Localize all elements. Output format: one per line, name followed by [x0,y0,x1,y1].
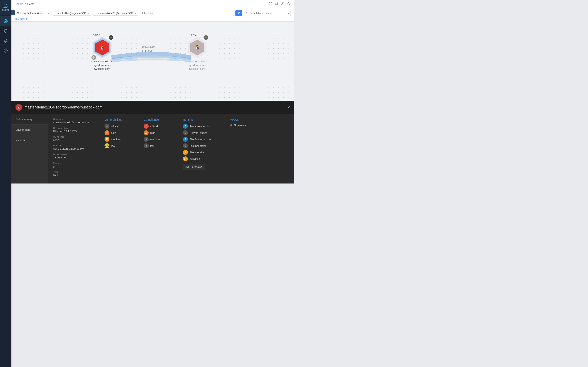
sidebar-expand-button[interactable]: › [11,10,15,15]
help-icon[interactable] [269,2,272,6]
detail-sidebar-risk[interactable]: Risk summary [11,114,48,125]
detail-content: Hostname master-demo2104-sgordon-dem... … [48,114,294,184]
sidebar-nav [0,15,11,55]
node-secondary[interactable]: 🐧 node-demo2104-sgordon-demo-twistlock-c… [187,37,207,71]
node-master[interactable]: 🐧 master-demo2104-sgord [91,37,113,71]
runtime-processes-row: 6 Processes audits [183,124,224,129]
topbar-actions [269,2,291,6]
app-name: CLOUD [2,9,9,11]
connection-ports-1: 9998, 10250 [142,46,155,48]
chart-icon[interactable] [287,2,291,6]
bell-icon[interactable] [275,2,278,6]
comp-high-label: high [150,131,155,134]
master-node-label: master-demo2104-sgordon-demo-twistlock-c… [91,60,113,71]
sidebar-item-alerts[interactable] [0,36,11,46]
runtime-integrity-badge: 1 [183,150,188,155]
forensics-label: Forensics [190,165,202,168]
comp-critical-row: 1 critical [144,124,176,129]
color-by-selector[interactable]: Color by: Vulnerabilities ▼ [15,11,52,16]
comp-medium-label: medium [150,138,160,141]
runtime-log-row: 0 Log inspection [183,143,224,148]
waas-title[interactable]: WAAS [230,118,261,121]
total-filters-label[interactable]: Total filters: 2 ▾ [15,16,291,21]
runtime-network-label: Network audits [190,131,207,134]
svg-point-6 [282,2,283,3]
detail-sidebar: Risk summary Environment Network [11,114,48,184]
detail-sidebar-environment[interactable]: Environment [11,125,48,135]
vulnerabilities-section: Vulnerabilities 0 critical 8 high 29 med… [104,118,137,179]
filter-tag-account: cto-demos-245420 (Accounts/GCP) × [93,11,138,16]
runtime-activities-badge: 27 [183,156,188,161]
detail-sidebar-network[interactable]: Network [11,135,48,146]
runtime-activities-label: Activities [190,157,200,160]
shield-icon [4,29,8,33]
comp-high-row: 22 high [144,130,176,135]
info-os-release: OS release xenial [53,136,98,142]
info-modified: Modified Apr 21, 2021 12:39:18 PM [53,144,98,150]
detail-body: Risk summary Environment Network Hostnam… [11,114,294,184]
info-hostname: Hostname master-demo2104-sgordon-dem... [53,118,98,124]
search-input[interactable] [250,11,287,16]
sidebar-item-radar[interactable] [0,16,11,26]
vuln-medium-label: medium [111,138,121,141]
svg-point-2 [5,21,6,21]
forensics-icon [186,166,189,168]
vuln-low-row: 231 low [104,143,137,148]
detail-header: 🐧 master-demo2104-sgordon-demo-twistlock… [11,101,294,114]
comp-low-row: 0 low [144,143,176,148]
filter-tag-region-label: us-central1-a (Regions/GCP) [55,12,86,15]
network-canvas[interactable]: 10257,... 6784,... 9998, 10250 6443, 251… [11,22,294,184]
waas-section: WAAS No events [230,118,261,179]
vulnerabilities-title[interactable]: Vulnerabilities [104,118,137,121]
port-label-master-top: 10257,... [93,34,103,37]
search-submit-button[interactable]: › [288,11,289,15]
port-label-node-top: 6784,... [191,34,199,37]
settings-icon [4,49,8,53]
sidebar-item-settings[interactable] [0,46,11,55]
search-icon [246,12,249,15]
runtime-log-label: Log inspection [190,144,207,147]
comp-low-label: low [150,144,154,147]
filter-apply-button[interactable] [235,10,242,16]
vuln-critical-label: critical [111,125,119,128]
compliance-title[interactable]: Compliance [144,118,176,121]
svg-marker-7 [238,12,240,14]
sidebar-item-shield[interactable] [0,26,11,36]
cloud-logo-icon [3,4,9,8]
comp-critical-badge: 1 [144,124,149,129]
detail-title: master-demo2104-sgordon-demo-twistlock-c… [25,105,285,109]
vuln-low-label: low [111,144,115,147]
node-wifi-badge [204,35,208,40]
svg-point-8 [246,12,248,14]
master-wifi-badge [109,35,113,40]
runtime-network-badge: 0 [183,130,188,135]
detail-close-button[interactable]: × [287,105,290,110]
runtime-log-badge: 0 [183,143,188,148]
user-icon[interactable] [281,2,285,6]
filter-view-input[interactable] [140,11,233,16]
master-globe-badge [91,55,96,60]
compliance-section: Compliance 1 critical 22 high 0 medium [144,118,176,179]
runtime-title[interactable]: Runtime [183,118,224,121]
color-by-select[interactable]: Color by: Vulnerabilities [15,11,52,16]
topbar: Radars / Hosts [11,0,294,8]
vuln-critical-row: 0 critical [104,124,137,129]
filter-tag-account-close[interactable]: × [135,12,136,15]
info-provider: Provider gcp [53,162,98,168]
filter-tag-region-close[interactable]: × [88,12,89,15]
comp-medium-row: 0 medium [144,137,176,142]
breadcrumb: Radars / Hosts [15,2,34,6]
info-os-dist: OS distribution Ubuntu 16.04.6 LTS [53,127,98,133]
runtime-processes-label: Processes audits [190,125,210,128]
runtime-section: Runtime 6 Processes audits 0 Network aud… [183,118,224,179]
sidebar: CLOUD › [0,0,11,184]
breadcrumb-current: Hosts [27,2,34,6]
comp-high-badge: 22 [144,130,149,135]
forensics-button[interactable]: Forensics [183,164,205,170]
runtime-network-row: 0 Network audits [183,130,224,135]
info-type: Type linux [53,171,98,176]
app-logo[interactable]: CLOUD [0,0,11,15]
breadcrumb-parent[interactable]: Radars [15,2,23,6]
master-host-icon: 🐧 [99,45,105,50]
vuln-medium-row: 29 medium [104,137,137,142]
